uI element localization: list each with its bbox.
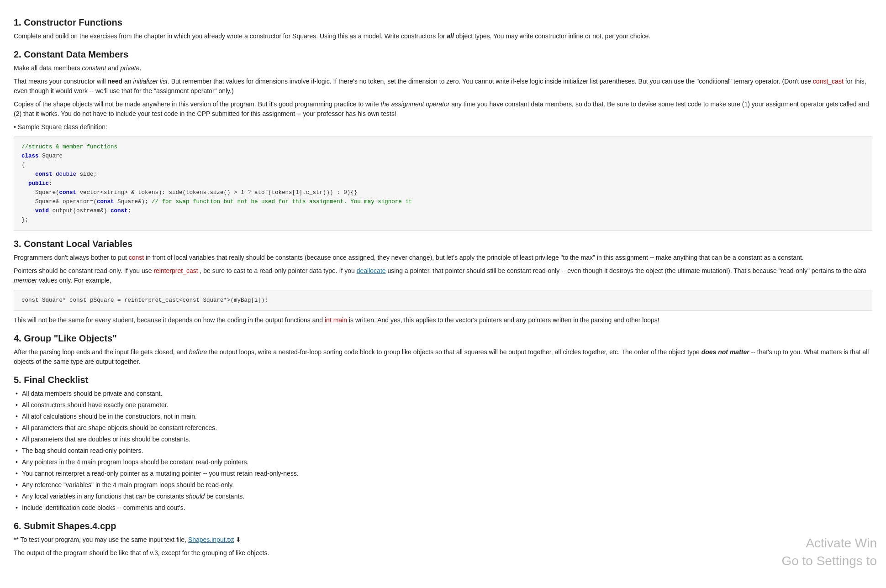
section6-title: 6. Submit Shapes.4.cpp bbox=[14, 521, 872, 531]
section1-para1: Complete and build on the exercises from… bbox=[14, 31, 872, 41]
section3-para3: This will not be the same for every stud… bbox=[14, 315, 872, 325]
checklist-item-5: All parameters that are doubles or ints … bbox=[14, 435, 872, 444]
section6-para1: ** To test your program, you may use the… bbox=[14, 535, 872, 545]
checklist-item-8: You cannot reinterpret a read-only point… bbox=[14, 469, 872, 478]
section2-title: 2. Constant Data Members bbox=[14, 49, 872, 60]
code-block-square: //structs & member functions class Squar… bbox=[14, 136, 872, 231]
section4-para1: After the parsing loop ends and the inpu… bbox=[14, 347, 872, 367]
section4-title: 4. Group "Like Objects" bbox=[14, 333, 872, 344]
checklist-item-3: All atof calculations should be in the c… bbox=[14, 412, 872, 421]
section1-title: 1. Constructor Functions bbox=[14, 17, 872, 28]
section3-title: 3. Constant Local Variables bbox=[14, 239, 872, 249]
checklist-item-10: Any local variables in any functions tha… bbox=[14, 492, 872, 501]
section2-para2: That means your constructor will need an… bbox=[14, 77, 872, 96]
section2-para1: Make all data members constant and priva… bbox=[14, 63, 872, 73]
checklist-item-7: Any pointers in the 4 main program loops… bbox=[14, 457, 872, 467]
sample-label: • Sample Square class definition: bbox=[14, 122, 872, 132]
checklist-item-1: All data members should be private and c… bbox=[14, 389, 872, 399]
section1-all-italic: all bbox=[447, 32, 454, 40]
checklist-item-6: The bag should contain read-only pointer… bbox=[14, 446, 872, 456]
section3-para2: Pointers should be constant read-only. I… bbox=[14, 266, 872, 285]
section3-para1: Programmers don't always bother to put c… bbox=[14, 253, 872, 262]
checklist-item-4: All parameters that are shape objects sh… bbox=[14, 423, 872, 433]
checklist-item-9: Any reference "variables" in the 4 main … bbox=[14, 480, 872, 490]
checklist: All data members should be private and c… bbox=[14, 389, 872, 513]
checklist-item-11: Include identification code blocks -- co… bbox=[14, 503, 872, 513]
shapes-input-link[interactable]: Shapes.input.txt bbox=[188, 536, 234, 543]
section5-title: 5. Final Checklist bbox=[14, 375, 872, 385]
section2-para3: Copies of the shape objects will not be … bbox=[14, 100, 872, 119]
section6-para2: The output of the program should be like… bbox=[14, 548, 872, 558]
code-block-reinterpret: const Square* const pSquare = reinterpre… bbox=[14, 290, 872, 311]
checklist-item-2: All constructors should have exactly one… bbox=[14, 400, 872, 410]
